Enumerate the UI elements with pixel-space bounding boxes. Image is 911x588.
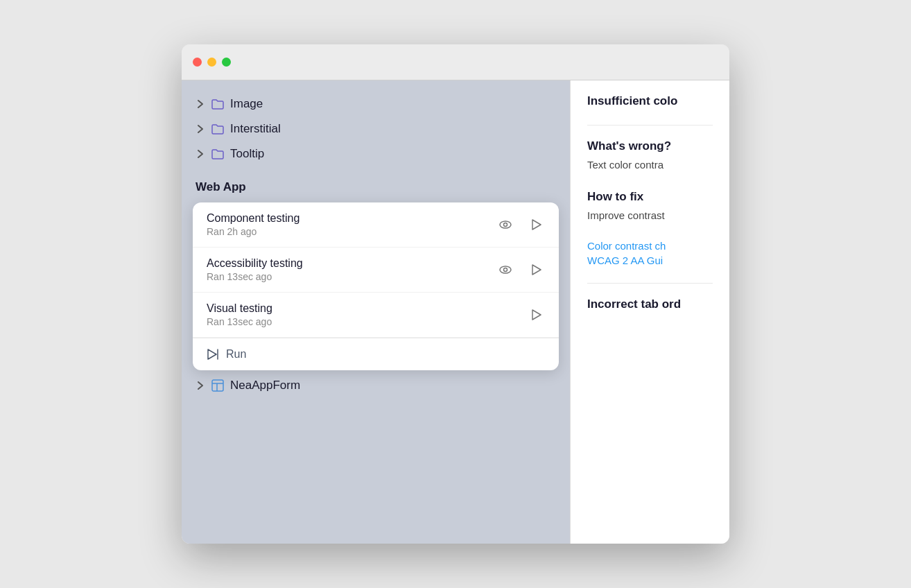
- close-button[interactable]: [193, 58, 202, 67]
- chevron-right-icon: [196, 124, 205, 134]
- sidebar-item-neaappform-label: NeaAppForm: [230, 379, 300, 392]
- sidebar-item-image[interactable]: Image: [182, 92, 570, 116]
- test-popup-card: Component testing Ran 2h ago: [193, 202, 559, 370]
- issue-title-1: Insufficient colo: [587, 94, 713, 108]
- view-button-component[interactable]: [495, 214, 516, 235]
- svg-point-4: [504, 268, 507, 272]
- run-all-label: Run: [226, 348, 246, 361]
- test-actions-component: [495, 214, 545, 235]
- test-time-visual: Ran 13sec ago: [207, 316, 521, 327]
- test-item-accessibility: Accessibility testing Ran 13sec ago: [193, 248, 559, 293]
- test-time-accessibility: Ran 13sec ago: [207, 271, 489, 282]
- test-actions-visual: [527, 306, 545, 324]
- eye-icon: [498, 262, 513, 277]
- content-area: Image Interstitial Toolt: [182, 80, 729, 544]
- run-all-play-icon: [207, 348, 219, 361]
- web-app-section-header: Web App: [182, 166, 570, 200]
- sidebar-item-image-label: Image: [230, 97, 263, 111]
- svg-marker-2: [532, 220, 541, 230]
- chevron-right-icon: [196, 99, 205, 109]
- run-button-accessibility[interactable]: [527, 261, 545, 279]
- issue-text-2: Text color contra: [587, 157, 713, 173]
- issue-section-3: How to fix Improve contrast: [587, 190, 713, 224]
- maximize-button[interactable]: [222, 58, 231, 67]
- minimize-button[interactable]: [207, 58, 216, 67]
- play-icon: [530, 309, 542, 321]
- right-panel: Insufficient colo What's wrong? Text col…: [570, 80, 729, 544]
- svg-marker-6: [532, 310, 541, 320]
- issue-section-4: Incorrect tab ord: [587, 297, 713, 311]
- sidebar-item-tooltip-label: Tooltip: [230, 147, 264, 161]
- sidebar-item-tooltip[interactable]: Tooltip: [182, 141, 570, 166]
- test-name-accessibility: Accessibility testing: [207, 257, 489, 270]
- issue-link-2[interactable]: WCAG 2 AA Gui: [587, 254, 713, 266]
- view-button-accessibility[interactable]: [495, 259, 516, 280]
- folder-icon: [211, 97, 225, 111]
- component-icon: [211, 379, 225, 392]
- run-all-button[interactable]: Run: [193, 338, 559, 370]
- test-info-accessibility: Accessibility testing Ran 13sec ago: [207, 257, 489, 282]
- sidebar-item-interstitial-label: Interstitial: [230, 122, 281, 136]
- issue-links-section: Color contrast ch WCAG 2 AA Gui: [587, 240, 713, 266]
- chevron-right-icon: [196, 381, 205, 390]
- issue-title-2: What's wrong?: [587, 139, 713, 153]
- svg-point-3: [500, 266, 511, 273]
- test-info-visual: Visual testing Ran 13sec ago: [207, 302, 521, 327]
- eye-icon: [498, 217, 513, 232]
- chevron-right-icon: [196, 149, 205, 159]
- sidebar-item-neaappform[interactable]: NeaAppForm: [182, 373, 570, 398]
- sidebar: Image Interstitial Toolt: [182, 80, 570, 544]
- test-name-component: Component testing: [207, 212, 489, 225]
- test-info-component: Component testing Ran 2h ago: [207, 212, 489, 237]
- run-button-visual[interactable]: [527, 306, 545, 324]
- issue-link-1[interactable]: Color contrast ch: [587, 240, 713, 252]
- play-icon: [530, 218, 542, 231]
- issue-text-3: Improve contrast: [587, 208, 713, 224]
- test-item-component: Component testing Ran 2h ago: [193, 202, 559, 248]
- folder-icon: [211, 147, 225, 161]
- test-item-visual: Visual testing Ran 13sec ago: [193, 293, 559, 338]
- folder-icon: [211, 122, 225, 136]
- divider-2: [587, 283, 713, 284]
- svg-rect-9: [212, 380, 223, 391]
- app-window: Image Interstitial Toolt: [182, 44, 729, 544]
- test-actions-accessibility: [495, 259, 545, 280]
- test-name-visual: Visual testing: [207, 302, 521, 315]
- titlebar: [182, 44, 729, 80]
- issue-section-2: What's wrong? Text color contra: [587, 139, 713, 173]
- issue-title-4: Incorrect tab ord: [587, 297, 713, 311]
- divider-1: [587, 125, 713, 126]
- svg-marker-7: [208, 349, 216, 359]
- svg-point-1: [504, 223, 507, 227]
- sidebar-item-interstitial[interactable]: Interstitial: [182, 116, 570, 141]
- run-button-component[interactable]: [527, 216, 545, 234]
- issue-section-1: Insufficient colo: [587, 94, 713, 108]
- svg-marker-5: [532, 265, 541, 275]
- test-time-component: Ran 2h ago: [207, 226, 489, 237]
- issue-title-3: How to fix: [587, 190, 713, 204]
- svg-point-0: [500, 221, 511, 228]
- play-icon: [530, 263, 542, 276]
